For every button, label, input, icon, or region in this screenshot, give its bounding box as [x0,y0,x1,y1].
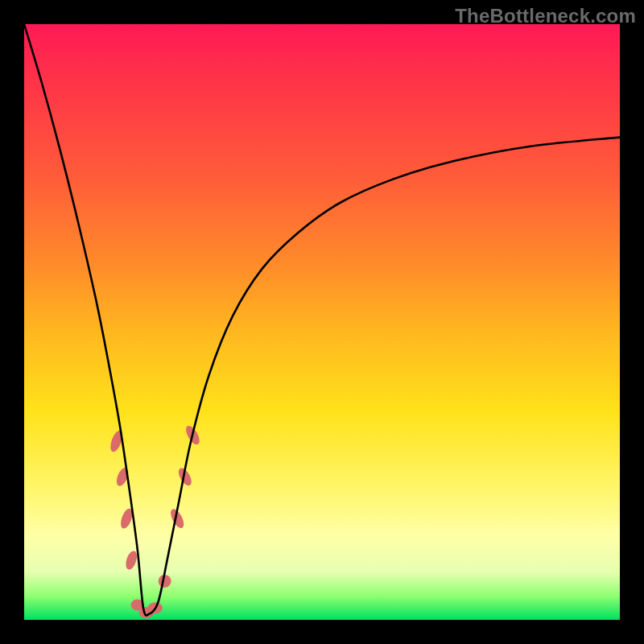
outer-frame: TheBottleneck.com [0,0,644,644]
curve-marker [124,550,139,572]
plot-area [24,24,620,620]
bottleneck-curve [24,24,620,615]
watermark-text: TheBottleneck.com [455,5,636,27]
chart-svg [24,24,620,620]
